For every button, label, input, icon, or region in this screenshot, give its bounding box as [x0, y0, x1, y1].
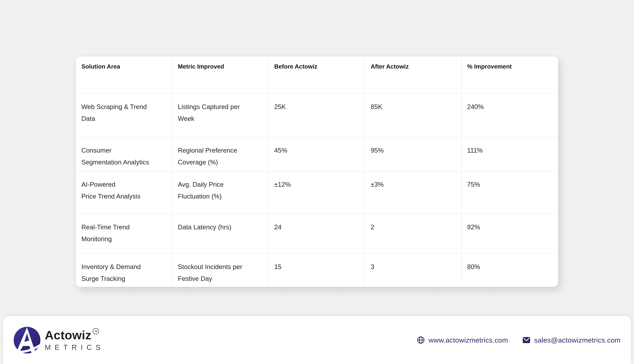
column-header-before-actowiz: Before Actowiz — [269, 56, 365, 94]
metrics-table: Solution Area Metric Improved Before Act… — [76, 56, 558, 287]
table-cell: 25K — [269, 94, 365, 137]
table-cell: 80% — [462, 254, 558, 287]
footer-contacts: www.actowizmetrics.com sales@actowizmetr… — [417, 336, 620, 344]
column-header-after-actowiz: After Actowiz — [365, 56, 462, 94]
table-cell: Regional Preference Coverage (%) — [172, 137, 269, 171]
column-header-metric-improved: Metric Improved — [172, 56, 269, 94]
table-cell: 3 — [365, 254, 462, 287]
table-cell: ±12% — [269, 171, 365, 214]
page-background: Solution Area Metric Improved Before Act… — [0, 0, 634, 364]
table-cell: Stockout Incidents per Festive Day — [172, 254, 269, 287]
table-cell: 240% — [462, 94, 558, 137]
table-cell: Inventory & Demand Surge Tracking — [76, 254, 172, 287]
website-url: www.actowizmetrics.com — [429, 336, 508, 344]
footer-bar: Actowiz TM METRICS www.actowizmetrics.co… — [3, 316, 631, 364]
table-cell: 92% — [462, 214, 558, 254]
globe-icon — [417, 336, 425, 344]
brand-name: Actowiz — [45, 329, 91, 341]
column-header-improvement: % Improvement — [462, 56, 558, 94]
brand-wordmark: Actowiz TM METRICS — [45, 329, 104, 351]
table-cell: Avg. Daily Price Fluctuation (%) — [172, 171, 269, 214]
email-address: sales@actowizmetrics.com — [534, 336, 620, 344]
table-cell: 24 — [269, 214, 365, 254]
table-cell: Consumer Segmentation Analytics — [76, 137, 172, 171]
table-cell: 15 — [269, 254, 365, 287]
table-cell: 2 — [365, 214, 462, 254]
actowiz-logo-icon — [14, 327, 40, 354]
table-cell: Real-Time Trend Monitoring — [76, 214, 172, 254]
table-cell: 85K — [365, 94, 462, 137]
email-link[interactable]: sales@actowizmetrics.com — [522, 336, 620, 344]
metrics-table-card: Solution Area Metric Improved Before Act… — [76, 56, 558, 287]
column-header-solution-area: Solution Area — [76, 56, 172, 94]
table-cell: Data Latency (hrs) — [172, 214, 269, 254]
table-cell: Web Scraping & Trend Data — [76, 94, 172, 137]
trademark-badge: TM — [93, 328, 99, 334]
table-cell: AI-Powered Price Trend Analysis — [76, 171, 172, 214]
brand-logo: Actowiz TM METRICS — [14, 327, 104, 354]
table-cell: ±3% — [365, 171, 462, 214]
table-cell: 95% — [365, 137, 462, 171]
brand-subtitle: METRICS — [45, 344, 104, 351]
table-cell: 45% — [269, 137, 365, 171]
table-cell: 111% — [462, 137, 558, 171]
website-link[interactable]: www.actowizmetrics.com — [417, 336, 508, 344]
table-cell: Listings Captured per Week — [172, 94, 269, 137]
table-cell: 75% — [462, 171, 558, 214]
email-icon — [522, 336, 530, 344]
